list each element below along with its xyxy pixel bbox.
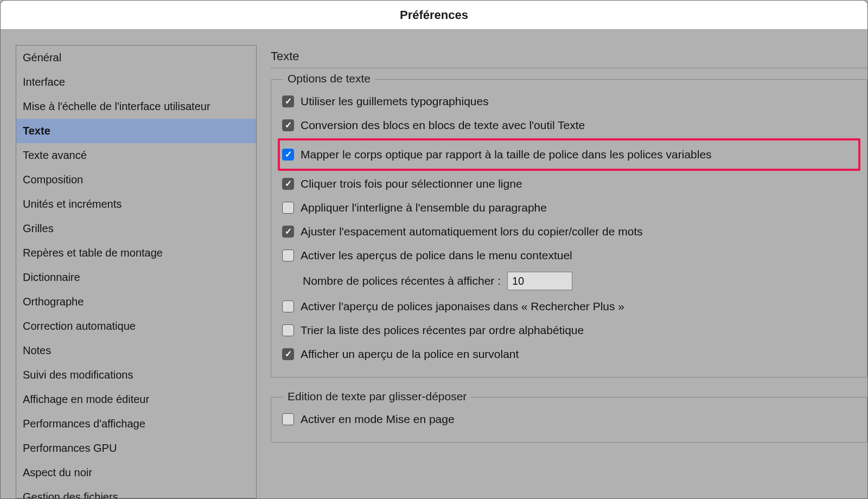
checkbox-enable-layout-mode[interactable]: [282, 413, 294, 425]
sidebar-item-units[interactable]: Unités et incréments: [16, 192, 256, 216]
sidebar-item-grids[interactable]: Grilles: [16, 216, 256, 241]
option-font-hover-preview[interactable]: ✓ Afficher un aperçu de la police en sur…: [280, 342, 858, 366]
preferences-sidebar: Général Interface Mise à l'échelle de l'…: [16, 45, 257, 498]
option-japanese-preview[interactable]: Activer l'aperçu de polices japonaises d…: [280, 295, 858, 318]
checkbox-typographic-quotes[interactable]: ✓: [282, 95, 294, 107]
sidebar-item-interface[interactable]: Interface: [16, 70, 256, 94]
sidebar-item-general[interactable]: Général: [16, 46, 256, 70]
option-map-optical-size[interactable]: ✓ Mapper le corps optique par rapport à …: [278, 138, 860, 171]
option-font-previews[interactable]: Activer les aperçus de police dans le me…: [280, 244, 858, 267]
option-apply-leading[interactable]: Appliquer l'interligne à l'ensemble du p…: [280, 196, 858, 220]
check-icon: ✓: [285, 121, 292, 130]
check-icon: ✓: [285, 150, 292, 159]
sidebar-item-autocorrect[interactable]: Correction automatique: [16, 314, 256, 338]
sidebar-item-track-changes[interactable]: Suivi des modifications: [16, 363, 256, 387]
preferences-window: Préférences Général Interface Mise à l'é…: [0, 0, 868, 499]
window-title: Préférences: [400, 8, 468, 22]
option-label: Trier la liste des polices récentes par …: [301, 324, 584, 337]
sidebar-item-ui-scaling[interactable]: Mise à l'échelle de l'interface utilisat…: [16, 94, 256, 119]
option-label: Utiliser les guillemets typographiques: [301, 95, 489, 108]
option-label: Conversion des blocs en blocs de texte a…: [301, 119, 585, 132]
section-title: Texte: [271, 49, 867, 68]
checkbox-map-optical-size[interactable]: ✓: [282, 149, 294, 161]
option-triple-click[interactable]: ✓ Cliquer trois fois pour sélectionner u…: [280, 172, 858, 196]
option-typographic-quotes[interactable]: ✓ Utiliser les guillemets typographiques: [280, 89, 858, 113]
sidebar-item-dictionary[interactable]: Dictionnaire: [16, 265, 256, 290]
checkbox-apply-leading[interactable]: [282, 202, 294, 214]
option-label: Ajuster l'espacement automatiquement lor…: [301, 225, 643, 238]
option-label: Activer l'aperçu de polices japonaises d…: [301, 300, 624, 313]
checkbox-convert-blocks[interactable]: ✓: [282, 119, 294, 131]
check-icon: ✓: [285, 350, 292, 359]
recent-fonts-label: Nombre de polices récentes à afficher :: [303, 274, 501, 287]
checkbox-sort-recent-fonts[interactable]: [282, 324, 294, 336]
sidebar-item-text[interactable]: Texte: [16, 119, 256, 143]
option-convert-blocks[interactable]: ✓ Conversion des blocs en blocs de texte…: [280, 113, 858, 137]
checkbox-triple-click[interactable]: ✓: [282, 178, 294, 190]
sidebar-item-gpu-performance[interactable]: Performances GPU: [16, 436, 256, 460]
option-label: Appliquer l'interligne à l'ensemble du p…: [301, 201, 547, 214]
option-enable-layout-mode[interactable]: Activer en mode Mise en page: [280, 407, 858, 431]
option-label: Cliquer trois fois pour sélectionner une…: [301, 177, 522, 190]
content-area: Général Interface Mise à l'échelle de l'…: [1, 30, 867, 498]
sidebar-item-spelling[interactable]: Orthographe: [16, 290, 256, 314]
check-icon: ✓: [285, 227, 292, 236]
recent-fonts-input[interactable]: [507, 272, 572, 290]
drag-drop-legend: Edition de texte par glisser-déposer: [283, 390, 471, 403]
text-options-legend: Options de texte: [283, 72, 375, 85]
drag-drop-group: Edition de texte par glisser-déposer Act…: [271, 397, 867, 443]
check-icon: ✓: [285, 97, 292, 106]
sidebar-item-file-handling[interactable]: Gestion des fichiers: [16, 485, 256, 499]
check-icon: ✓: [285, 180, 292, 188]
sidebar-item-editor-display[interactable]: Affichage en mode éditeur: [16, 387, 256, 412]
recent-fonts-row: Nombre de polices récentes à afficher :: [280, 267, 858, 295]
sidebar-item-display-performance[interactable]: Performances d'affichage: [16, 412, 256, 436]
checkbox-font-previews[interactable]: [282, 250, 294, 261]
checkbox-adjust-spacing[interactable]: ✓: [282, 226, 294, 238]
sidebar-item-black-appearance[interactable]: Aspect du noir: [16, 460, 256, 485]
main-panel: Texte Options de texte ✓ Utiliser les gu…: [257, 45, 867, 498]
sidebar-item-advanced-text[interactable]: Texte avancé: [16, 143, 256, 168]
option-adjust-spacing[interactable]: ✓ Ajuster l'espacement automatiquement l…: [280, 220, 858, 244]
sidebar-item-notes[interactable]: Notes: [16, 338, 256, 363]
text-options-group: Options de texte ✓ Utiliser les guilleme…: [271, 79, 867, 378]
option-label: Activer en mode Mise en page: [301, 413, 455, 426]
option-label: Mapper le corps optique par rapport à la…: [301, 148, 712, 161]
sidebar-item-composition[interactable]: Composition: [16, 168, 256, 192]
window-titlebar: Préférences: [1, 1, 867, 30]
checkbox-font-hover-preview[interactable]: ✓: [282, 348, 294, 360]
checkbox-japanese-preview[interactable]: [282, 300, 294, 312]
option-sort-recent-fonts[interactable]: Trier la liste des polices récentes par …: [280, 318, 858, 342]
sidebar-item-guides[interactable]: Repères et table de montage: [16, 241, 256, 265]
option-label: Activer les aperçus de police dans le me…: [301, 249, 572, 262]
option-label: Afficher un aperçu de la police en survo…: [301, 348, 519, 361]
